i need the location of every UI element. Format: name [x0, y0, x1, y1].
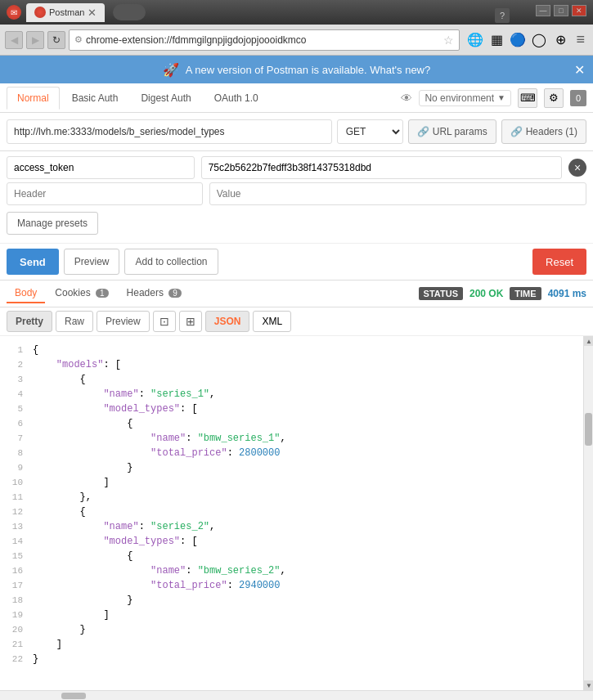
url-params-btn[interactable]: 🔗 URL params: [408, 119, 496, 144]
keyboard-icon[interactable]: ⌨: [518, 88, 537, 108]
scroll-down-btn[interactable]: ▼: [584, 680, 593, 690]
code-line: 8 "total_price": 2800000: [0, 446, 583, 460]
manage-presets-btn[interactable]: Manage presets: [7, 212, 98, 235]
env-label: No environment: [425, 92, 494, 104]
globe-icon[interactable]: 🔵: [509, 31, 527, 49]
url-row: GET POST PUT DELETE 🔗 URL params 🔗 Heade…: [0, 113, 593, 151]
header-key-input[interactable]: [7, 156, 195, 179]
tools-icon[interactable]: ⊕: [551, 31, 569, 49]
lock-icon: ⚙: [74, 34, 83, 45]
preview-btn[interactable]: Preview: [64, 249, 120, 275]
reset-btn[interactable]: Reset: [532, 249, 586, 275]
shield-icon[interactable]: ◯: [530, 31, 548, 49]
headers-icon: 🔗: [510, 126, 523, 137]
bottom-scrollbar[interactable]: [0, 690, 593, 700]
time-label: TIME: [510, 287, 541, 300]
code-line: 16 "name": "bmw_series_2",: [0, 563, 583, 578]
tab-title: Postman: [49, 7, 84, 17]
json-btn[interactable]: JSON: [205, 311, 250, 332]
film-icon[interactable]: ▦: [487, 31, 505, 49]
status-info: STATUS 200 OK TIME 4091 ms: [419, 287, 586, 300]
extensions-icon[interactable]: 🌐: [466, 31, 484, 49]
code-line: 10 ]: [0, 475, 583, 490]
scroll-bar[interactable]: ▲ ▼: [583, 336, 593, 690]
minimize-btn[interactable]: —: [536, 5, 550, 16]
eye-icon: 👁: [401, 92, 412, 105]
send-btn[interactable]: Send: [7, 249, 59, 275]
code-line: 1{: [0, 343, 583, 357]
format-toolbar: Pretty Raw Preview ⊡ ⊞ JSON XML: [0, 307, 593, 336]
window-controls: ? — □ ✕: [518, 5, 586, 20]
header-value-input[interactable]: [201, 156, 562, 179]
code-line: 13 "name": "series_2",: [0, 519, 583, 534]
menu-btn[interactable]: ≡: [573, 29, 588, 50]
close-btn[interactable]: ✕: [572, 5, 586, 16]
tab-headers[interactable]: Headers 9: [119, 284, 190, 303]
refresh-btn[interactable]: ↻: [47, 31, 65, 49]
browser-tab[interactable]: Postman ✕: [26, 3, 105, 22]
expand-icon[interactable]: ⊞: [179, 311, 202, 332]
code-line: 9 }: [0, 460, 583, 475]
back-btn[interactable]: ◀: [5, 31, 23, 49]
tab-digest-auth[interactable]: Digest Auth: [130, 87, 201, 110]
help-btn[interactable]: ?: [495, 8, 510, 23]
forward-btn[interactable]: ▶: [26, 31, 44, 49]
status-label: STATUS: [419, 287, 463, 300]
header-key-placeholder[interactable]: [7, 182, 203, 205]
auth-tabs-bar: Normal Basic Auth Digest Auth OAuth 1.0 …: [0, 83, 593, 113]
tab-normal[interactable]: Normal: [7, 87, 60, 110]
code-line: 6 {: [0, 416, 583, 431]
code-line: 18 }: [0, 593, 583, 608]
tab-oauth[interactable]: OAuth 1.0: [204, 87, 269, 110]
bottom-scroll-thumb[interactable]: [61, 693, 86, 699]
code-line: 14 "model_types": [: [0, 534, 583, 549]
pretty-btn[interactable]: Pretty: [7, 311, 52, 332]
header-row-1: ×: [7, 156, 586, 179]
method-select[interactable]: GET POST PUT DELETE: [337, 119, 403, 144]
request-url-input[interactable]: [7, 119, 332, 144]
browser-toolbar: 🌐 ▦ 🔵 ◯ ⊕: [466, 31, 569, 49]
tab-cookies[interactable]: Cookies 1: [47, 284, 116, 303]
header-placeholder-row: [7, 182, 586, 205]
env-selector[interactable]: No environment ▼: [419, 90, 511, 106]
xml-btn[interactable]: XML: [253, 311, 291, 332]
tab-body[interactable]: Body: [7, 284, 45, 303]
code-line: 12 {: [0, 505, 583, 519]
preview-format-btn[interactable]: Preview: [97, 311, 150, 332]
url-icon: 🔗: [417, 126, 429, 137]
action-row: Send Preview Add to collection Reset: [0, 244, 593, 280]
tab-close-btn[interactable]: ✕: [88, 7, 97, 19]
scroll-up-btn[interactable]: ▲: [584, 336, 593, 346]
notification-badge: 0: [570, 90, 586, 106]
raw-btn[interactable]: Raw: [56, 311, 93, 332]
code-line: 7 "name": "bmw_series_1",: [0, 431, 583, 446]
response-tabs-bar: Body Cookies 1 Headers 9 STATUS 200 OK T…: [0, 280, 593, 307]
code-line: 5 "model_types": [: [0, 402, 583, 416]
address-input[interactable]: ⚙ chrome-extension://fdmmgilgnpjigdojopj…: [69, 29, 460, 51]
notification-close-btn[interactable]: ✕: [574, 62, 585, 78]
bookmark-icon[interactable]: ☆: [443, 34, 454, 47]
tab-basic-auth[interactable]: Basic Auth: [61, 87, 129, 110]
status-value: 200 OK: [469, 288, 503, 299]
remove-header-btn[interactable]: ×: [568, 159, 586, 177]
headers-btn[interactable]: 🔗 Headers (1): [501, 119, 586, 144]
scroll-track[interactable]: [584, 346, 593, 680]
code-line: 21 ]: [0, 637, 583, 652]
code-line: 17 "total_price": 2940000: [0, 578, 583, 593]
url-text: chrome-extension://fdmmgilgnpjigdojopjoo…: [86, 34, 440, 46]
header-value-placeholder[interactable]: [209, 182, 586, 205]
chevron-down-icon: ▼: [497, 93, 505, 102]
code-line: 4 "name": "series_1",: [0, 387, 583, 402]
code-line: 22}: [0, 652, 583, 666]
code-line: 20 }: [0, 622, 583, 637]
maximize-btn[interactable]: □: [554, 5, 568, 16]
code-line: 3 {: [0, 372, 583, 387]
new-tab-area[interactable]: [113, 4, 146, 20]
settings-icon[interactable]: ⚙: [544, 88, 564, 108]
code-area: 1{2 "models": [3 {4 "name": "series_1",5…: [0, 336, 583, 690]
scroll-thumb[interactable]: [585, 413, 592, 446]
code-line: 19 ]: [0, 608, 583, 622]
add-to-collection-btn[interactable]: Add to collection: [124, 249, 218, 275]
copy-icon[interactable]: ⊡: [153, 311, 176, 332]
app-body: Normal Basic Auth Digest Auth OAuth 1.0 …: [0, 83, 593, 700]
